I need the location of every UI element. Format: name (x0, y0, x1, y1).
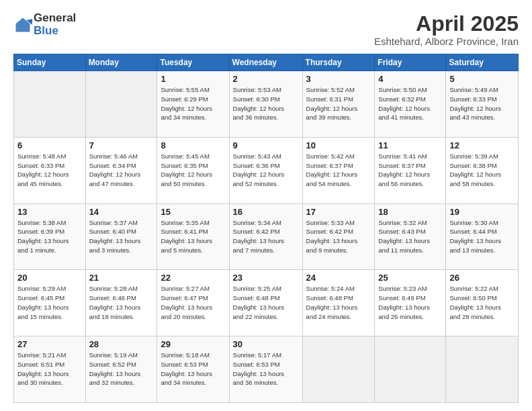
week-row-1: 1Sunrise: 5:55 AM Sunset: 6:29 PM Daylig… (14, 71, 519, 138)
day-number: 6 (17, 140, 82, 150)
day-cell (14, 71, 86, 138)
page: General Blue April 2025 Eshtehard, Albor… (0, 0, 532, 411)
title-area: April 2025 Eshtehard, Alborz Province, I… (374, 12, 519, 47)
day-number: 29 (161, 339, 225, 349)
day-number: 19 (449, 207, 515, 217)
day-number: 24 (306, 273, 371, 283)
day-cell: 5Sunrise: 5:49 AM Sunset: 6:33 PM Daylig… (446, 71, 519, 138)
day-info: Sunrise: 5:18 AM Sunset: 6:53 PM Dayligh… (161, 351, 225, 387)
day-cell: 26Sunrise: 5:22 AM Sunset: 6:50 PM Dayli… (446, 270, 519, 336)
day-info: Sunrise: 5:25 AM Sunset: 6:48 PM Dayligh… (233, 284, 299, 321)
day-cell: 23Sunrise: 5:25 AM Sunset: 6:48 PM Dayli… (229, 270, 302, 336)
day-number: 2 (233, 74, 299, 84)
day-info: Sunrise: 5:29 AM Sunset: 6:45 PM Dayligh… (17, 284, 82, 321)
day-info: Sunrise: 5:42 AM Sunset: 6:37 PM Dayligh… (306, 152, 371, 189)
day-cell: 13Sunrise: 5:38 AM Sunset: 6:39 PM Dayli… (14, 203, 86, 270)
day-cell: 20Sunrise: 5:29 AM Sunset: 6:45 PM Dayli… (14, 270, 86, 336)
day-cell: 7Sunrise: 5:46 AM Sunset: 6:34 PM Daylig… (85, 137, 157, 203)
day-number: 18 (378, 207, 442, 217)
day-number: 25 (378, 273, 442, 283)
calendar-subtitle: Eshtehard, Alborz Province, Iran (374, 36, 519, 47)
day-cell: 1Sunrise: 5:55 AM Sunset: 6:29 PM Daylig… (157, 71, 229, 138)
day-cell: 18Sunrise: 5:32 AM Sunset: 6:43 PM Dayli… (375, 203, 446, 270)
day-info: Sunrise: 5:49 AM Sunset: 6:33 PM Dayligh… (449, 85, 515, 122)
day-cell: 29Sunrise: 5:18 AM Sunset: 6:53 PM Dayli… (157, 336, 229, 403)
day-cell: 24Sunrise: 5:24 AM Sunset: 6:48 PM Dayli… (302, 270, 375, 336)
logo-icon (13, 15, 32, 34)
day-cell: 11Sunrise: 5:41 AM Sunset: 6:37 PM Dayli… (375, 137, 446, 203)
day-info: Sunrise: 5:24 AM Sunset: 6:48 PM Dayligh… (306, 284, 371, 321)
col-header-tuesday: Tuesday (157, 54, 229, 71)
day-number: 4 (378, 74, 442, 84)
day-info: Sunrise: 5:21 AM Sunset: 6:51 PM Dayligh… (17, 351, 82, 387)
day-cell: 27Sunrise: 5:21 AM Sunset: 6:51 PM Dayli… (14, 336, 86, 403)
day-info: Sunrise: 5:48 AM Sunset: 6:33 PM Dayligh… (17, 152, 82, 189)
day-cell: 16Sunrise: 5:34 AM Sunset: 6:42 PM Dayli… (229, 203, 302, 270)
day-cell: 30Sunrise: 5:17 AM Sunset: 6:53 PM Dayli… (229, 336, 302, 403)
col-header-sunday: Sunday (14, 54, 86, 71)
day-number: 23 (233, 273, 299, 283)
col-header-monday: Monday (85, 54, 157, 71)
day-number: 27 (17, 339, 82, 349)
day-number: 15 (161, 207, 225, 217)
day-cell: 19Sunrise: 5:30 AM Sunset: 6:44 PM Dayli… (446, 203, 519, 270)
day-cell: 15Sunrise: 5:35 AM Sunset: 6:41 PM Dayli… (157, 203, 229, 270)
day-cell (85, 71, 157, 138)
day-info: Sunrise: 5:27 AM Sunset: 6:47 PM Dayligh… (161, 284, 225, 321)
day-number: 7 (89, 140, 154, 150)
day-cell: 25Sunrise: 5:23 AM Sunset: 6:49 PM Dayli… (375, 270, 446, 336)
header-row: SundayMondayTuesdayWednesdayThursdayFrid… (14, 54, 519, 71)
day-info: Sunrise: 5:19 AM Sunset: 6:52 PM Dayligh… (89, 351, 154, 387)
col-header-saturday: Saturday (446, 54, 519, 71)
day-info: Sunrise: 5:28 AM Sunset: 6:46 PM Dayligh… (89, 284, 154, 321)
day-info: Sunrise: 5:22 AM Sunset: 6:50 PM Dayligh… (449, 284, 515, 321)
day-cell: 9Sunrise: 5:43 AM Sunset: 6:36 PM Daylig… (229, 137, 302, 203)
day-cell: 8Sunrise: 5:45 AM Sunset: 6:35 PM Daylig… (157, 137, 229, 203)
header: General Blue April 2025 Eshtehard, Albor… (13, 12, 519, 47)
day-info: Sunrise: 5:41 AM Sunset: 6:37 PM Dayligh… (378, 152, 442, 189)
day-number: 1 (161, 74, 225, 84)
day-info: Sunrise: 5:52 AM Sunset: 6:31 PM Dayligh… (306, 85, 371, 122)
day-number: 22 (161, 273, 225, 283)
day-info: Sunrise: 5:37 AM Sunset: 6:40 PM Dayligh… (89, 218, 154, 255)
day-cell (446, 336, 519, 403)
week-row-2: 6Sunrise: 5:48 AM Sunset: 6:33 PM Daylig… (14, 137, 519, 203)
logo: General Blue (13, 12, 76, 37)
day-cell: 22Sunrise: 5:27 AM Sunset: 6:47 PM Dayli… (157, 270, 229, 336)
day-info: Sunrise: 5:17 AM Sunset: 6:53 PM Dayligh… (233, 351, 299, 387)
day-cell: 12Sunrise: 5:39 AM Sunset: 6:38 PM Dayli… (446, 137, 519, 203)
day-cell: 21Sunrise: 5:28 AM Sunset: 6:46 PM Dayli… (85, 270, 157, 336)
day-cell: 17Sunrise: 5:33 AM Sunset: 6:42 PM Dayli… (302, 203, 375, 270)
day-cell (375, 336, 446, 403)
col-header-wednesday: Wednesday (229, 54, 302, 71)
day-info: Sunrise: 5:53 AM Sunset: 6:30 PM Dayligh… (233, 85, 299, 122)
day-number: 20 (17, 273, 82, 283)
day-number: 11 (378, 140, 442, 150)
day-info: Sunrise: 5:43 AM Sunset: 6:36 PM Dayligh… (233, 152, 299, 189)
day-number: 3 (306, 74, 371, 84)
day-info: Sunrise: 5:38 AM Sunset: 6:39 PM Dayligh… (17, 218, 82, 255)
day-cell: 2Sunrise: 5:53 AM Sunset: 6:30 PM Daylig… (229, 71, 302, 138)
day-number: 26 (449, 273, 515, 283)
day-info: Sunrise: 5:55 AM Sunset: 6:29 PM Dayligh… (161, 85, 225, 122)
day-number: 12 (449, 140, 515, 150)
week-row-5: 27Sunrise: 5:21 AM Sunset: 6:51 PM Dayli… (14, 336, 519, 403)
day-number: 10 (306, 140, 371, 150)
day-cell: 10Sunrise: 5:42 AM Sunset: 6:37 PM Dayli… (302, 137, 375, 203)
day-number: 21 (89, 273, 154, 283)
day-number: 30 (233, 339, 299, 349)
logo-general-text: General (34, 12, 76, 25)
calendar-title: April 2025 (374, 12, 519, 36)
calendar-table: SundayMondayTuesdayWednesdayThursdayFrid… (13, 54, 519, 403)
day-info: Sunrise: 5:39 AM Sunset: 6:38 PM Dayligh… (449, 152, 515, 189)
day-cell (302, 336, 375, 403)
day-number: 14 (89, 207, 154, 217)
day-info: Sunrise: 5:23 AM Sunset: 6:49 PM Dayligh… (378, 284, 442, 321)
day-number: 17 (306, 207, 371, 217)
day-cell: 14Sunrise: 5:37 AM Sunset: 6:40 PM Dayli… (85, 203, 157, 270)
col-header-thursday: Thursday (302, 54, 375, 71)
day-cell: 4Sunrise: 5:50 AM Sunset: 6:32 PM Daylig… (375, 71, 446, 138)
day-number: 13 (17, 207, 82, 217)
week-row-4: 20Sunrise: 5:29 AM Sunset: 6:45 PM Dayli… (14, 270, 519, 336)
week-row-3: 13Sunrise: 5:38 AM Sunset: 6:39 PM Dayli… (14, 203, 519, 270)
